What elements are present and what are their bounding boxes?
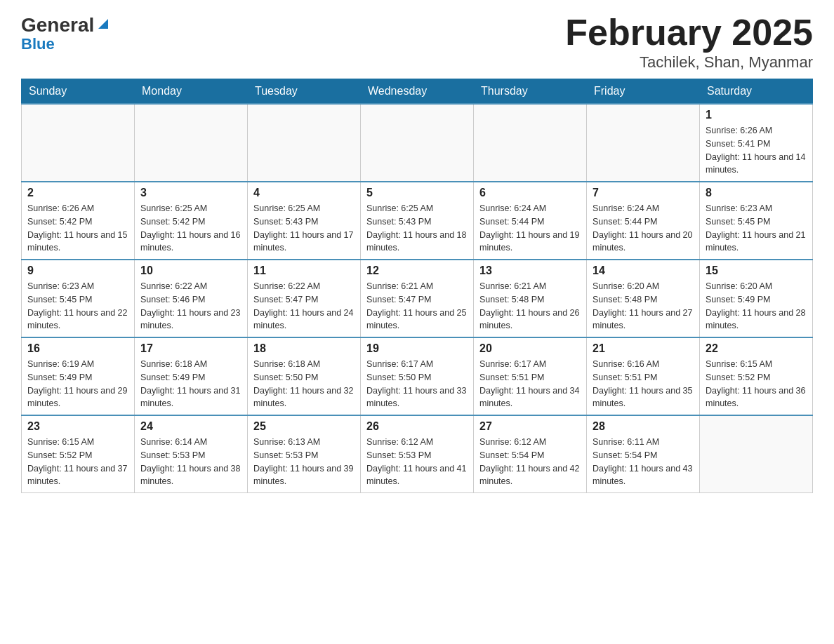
day-number: 11 bbox=[253, 264, 355, 277]
location-title: Tachilek, Shan, Myanmar bbox=[565, 53, 813, 72]
calendar-week-row: 9Sunrise: 6:23 AMSunset: 5:45 PMDaylight… bbox=[22, 260, 813, 337]
day-number: 25 bbox=[253, 420, 355, 433]
table-row: 23Sunrise: 6:15 AMSunset: 5:52 PMDayligh… bbox=[22, 415, 135, 493]
table-row: 26Sunrise: 6:12 AMSunset: 5:53 PMDayligh… bbox=[361, 415, 474, 493]
day-info: Sunrise: 6:12 AMSunset: 5:53 PMDaylight:… bbox=[366, 436, 468, 488]
col-saturday: Saturday bbox=[700, 79, 813, 105]
day-info: Sunrise: 6:23 AMSunset: 5:45 PMDaylight:… bbox=[27, 280, 128, 333]
day-info: Sunrise: 6:11 AMSunset: 5:54 PMDaylight:… bbox=[593, 436, 694, 488]
table-row bbox=[135, 104, 248, 182]
table-row: 7Sunrise: 6:24 AMSunset: 5:44 PMDaylight… bbox=[587, 182, 700, 260]
table-row bbox=[361, 104, 474, 182]
day-number: 15 bbox=[706, 264, 807, 277]
logo-blue-text: Blue bbox=[21, 35, 55, 53]
calendar-week-row: 2Sunrise: 6:26 AMSunset: 5:42 PMDaylight… bbox=[22, 182, 813, 260]
day-info: Sunrise: 6:22 AMSunset: 5:46 PMDaylight:… bbox=[140, 280, 241, 333]
day-number: 9 bbox=[27, 264, 128, 277]
col-monday: Monday bbox=[135, 79, 248, 105]
day-info: Sunrise: 6:25 AMSunset: 5:43 PMDaylight:… bbox=[253, 202, 355, 255]
day-number: 7 bbox=[593, 187, 694, 199]
calendar-table: Sunday Monday Tuesday Wednesday Thursday… bbox=[21, 79, 813, 493]
table-row: 2Sunrise: 6:26 AMSunset: 5:42 PMDaylight… bbox=[22, 182, 135, 260]
table-row bbox=[248, 104, 361, 182]
day-number: 28 bbox=[593, 420, 694, 433]
table-row: 9Sunrise: 6:23 AMSunset: 5:45 PMDaylight… bbox=[22, 260, 135, 337]
day-info: Sunrise: 6:25 AMSunset: 5:43 PMDaylight:… bbox=[366, 202, 468, 255]
table-row: 10Sunrise: 6:22 AMSunset: 5:46 PMDayligh… bbox=[135, 260, 248, 337]
day-number: 10 bbox=[140, 264, 241, 277]
table-row: 28Sunrise: 6:11 AMSunset: 5:54 PMDayligh… bbox=[587, 415, 700, 493]
day-info: Sunrise: 6:24 AMSunset: 5:44 PMDaylight:… bbox=[593, 202, 694, 255]
col-friday: Friday bbox=[587, 79, 700, 105]
day-number: 18 bbox=[253, 342, 355, 355]
day-info: Sunrise: 6:18 AMSunset: 5:50 PMDaylight:… bbox=[253, 358, 355, 410]
svg-marker-0 bbox=[98, 19, 108, 29]
day-info: Sunrise: 6:17 AMSunset: 5:50 PMDaylight:… bbox=[366, 358, 468, 410]
day-info: Sunrise: 6:23 AMSunset: 5:45 PMDaylight:… bbox=[706, 202, 807, 255]
day-info: Sunrise: 6:15 AMSunset: 5:52 PMDaylight:… bbox=[27, 436, 128, 488]
day-number: 23 bbox=[27, 420, 128, 433]
day-info: Sunrise: 6:13 AMSunset: 5:53 PMDaylight:… bbox=[253, 436, 355, 488]
title-block: February 2025 Tachilek, Shan, Myanmar bbox=[565, 14, 813, 72]
day-number: 21 bbox=[593, 342, 694, 355]
table-row: 4Sunrise: 6:25 AMSunset: 5:43 PMDaylight… bbox=[248, 182, 361, 260]
table-row bbox=[22, 104, 135, 182]
day-number: 26 bbox=[366, 420, 468, 433]
table-row: 14Sunrise: 6:20 AMSunset: 5:48 PMDayligh… bbox=[587, 260, 700, 337]
table-row: 25Sunrise: 6:13 AMSunset: 5:53 PMDayligh… bbox=[248, 415, 361, 493]
calendar-week-row: 23Sunrise: 6:15 AMSunset: 5:52 PMDayligh… bbox=[22, 415, 813, 493]
day-number: 5 bbox=[366, 187, 468, 199]
table-row: 12Sunrise: 6:21 AMSunset: 5:47 PMDayligh… bbox=[361, 260, 474, 337]
table-row: 6Sunrise: 6:24 AMSunset: 5:44 PMDaylight… bbox=[474, 182, 587, 260]
day-info: Sunrise: 6:21 AMSunset: 5:48 PMDaylight:… bbox=[479, 280, 581, 333]
day-info: Sunrise: 6:19 AMSunset: 5:49 PMDaylight:… bbox=[27, 358, 128, 410]
day-number: 16 bbox=[27, 342, 128, 355]
day-info: Sunrise: 6:15 AMSunset: 5:52 PMDaylight:… bbox=[706, 358, 807, 410]
table-row: 18Sunrise: 6:18 AMSunset: 5:50 PMDayligh… bbox=[248, 337, 361, 415]
table-row: 15Sunrise: 6:20 AMSunset: 5:49 PMDayligh… bbox=[700, 260, 813, 337]
table-row: 5Sunrise: 6:25 AMSunset: 5:43 PMDaylight… bbox=[361, 182, 474, 260]
day-number: 2 bbox=[27, 187, 128, 199]
day-info: Sunrise: 6:20 AMSunset: 5:48 PMDaylight:… bbox=[593, 280, 694, 333]
day-info: Sunrise: 6:26 AMSunset: 5:42 PMDaylight:… bbox=[27, 202, 128, 255]
table-row: 22Sunrise: 6:15 AMSunset: 5:52 PMDayligh… bbox=[700, 337, 813, 415]
month-title: February 2025 bbox=[565, 14, 813, 51]
table-row bbox=[474, 104, 587, 182]
table-row: 3Sunrise: 6:25 AMSunset: 5:42 PMDaylight… bbox=[135, 182, 248, 260]
day-number: 20 bbox=[479, 342, 581, 355]
logo: General Blue bbox=[21, 14, 111, 53]
day-info: Sunrise: 6:22 AMSunset: 5:47 PMDaylight:… bbox=[253, 280, 355, 333]
day-info: Sunrise: 6:17 AMSunset: 5:51 PMDaylight:… bbox=[479, 358, 581, 410]
table-row: 21Sunrise: 6:16 AMSunset: 5:51 PMDayligh… bbox=[587, 337, 700, 415]
day-number: 3 bbox=[140, 187, 241, 199]
day-info: Sunrise: 6:18 AMSunset: 5:49 PMDaylight:… bbox=[140, 358, 241, 410]
day-number: 1 bbox=[706, 109, 807, 121]
day-number: 6 bbox=[479, 187, 581, 199]
logo-triangle-icon bbox=[95, 16, 111, 32]
col-sunday: Sunday bbox=[22, 79, 135, 105]
day-info: Sunrise: 6:21 AMSunset: 5:47 PMDaylight:… bbox=[366, 280, 468, 333]
table-row: 16Sunrise: 6:19 AMSunset: 5:49 PMDayligh… bbox=[22, 337, 135, 415]
table-row: 13Sunrise: 6:21 AMSunset: 5:48 PMDayligh… bbox=[474, 260, 587, 337]
table-row: 20Sunrise: 6:17 AMSunset: 5:51 PMDayligh… bbox=[474, 337, 587, 415]
day-info: Sunrise: 6:14 AMSunset: 5:53 PMDaylight:… bbox=[140, 436, 241, 488]
day-number: 19 bbox=[366, 342, 468, 355]
day-info: Sunrise: 6:16 AMSunset: 5:51 PMDaylight:… bbox=[593, 358, 694, 410]
day-info: Sunrise: 6:12 AMSunset: 5:54 PMDaylight:… bbox=[479, 436, 581, 488]
day-number: 8 bbox=[706, 187, 807, 199]
day-number: 4 bbox=[253, 187, 355, 199]
table-row: 27Sunrise: 6:12 AMSunset: 5:54 PMDayligh… bbox=[474, 415, 587, 493]
table-row: 19Sunrise: 6:17 AMSunset: 5:50 PMDayligh… bbox=[361, 337, 474, 415]
day-info: Sunrise: 6:24 AMSunset: 5:44 PMDaylight:… bbox=[479, 202, 581, 255]
page-header: General Blue February 2025 Tachilek, Sha… bbox=[21, 14, 813, 72]
table-row: 8Sunrise: 6:23 AMSunset: 5:45 PMDaylight… bbox=[700, 182, 813, 260]
day-number: 17 bbox=[140, 342, 241, 355]
table-row: 1Sunrise: 6:26 AMSunset: 5:41 PMDaylight… bbox=[700, 104, 813, 182]
table-row: 24Sunrise: 6:14 AMSunset: 5:53 PMDayligh… bbox=[135, 415, 248, 493]
table-row: 17Sunrise: 6:18 AMSunset: 5:49 PMDayligh… bbox=[135, 337, 248, 415]
calendar-week-row: 16Sunrise: 6:19 AMSunset: 5:49 PMDayligh… bbox=[22, 337, 813, 415]
day-number: 27 bbox=[479, 420, 581, 433]
table-row bbox=[587, 104, 700, 182]
logo-general-text: General bbox=[21, 14, 94, 36]
day-info: Sunrise: 6:26 AMSunset: 5:41 PMDaylight:… bbox=[706, 124, 807, 177]
